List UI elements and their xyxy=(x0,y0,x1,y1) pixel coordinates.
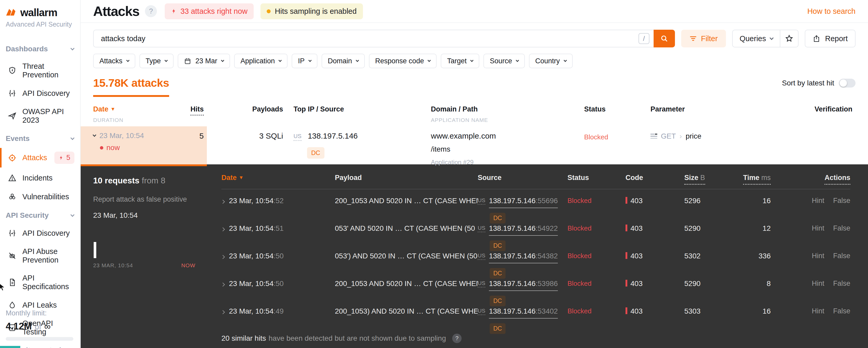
col-parameter: Parameter xyxy=(650,105,685,113)
country-code: US xyxy=(478,280,485,288)
hit-code: 403 xyxy=(630,307,643,315)
false-action[interactable]: False xyxy=(833,197,850,204)
hint-action[interactable]: Hint xyxy=(812,224,824,232)
hit-row[interactable]: 23 Mar, 10:54:51 053' AND 5020 IN … CT (… xyxy=(221,217,850,244)
chip-ip[interactable]: IP xyxy=(292,54,317,68)
sidebar-nav: Dashboards Threat Prevention API Discove… xyxy=(0,39,80,348)
attack-details-panel: 10 requests from 8 Report attack as fals… xyxy=(81,164,868,348)
favorite-star-button[interactable] xyxy=(780,30,798,47)
hit-source-ip[interactable]: 138.197.5.146:53986 xyxy=(489,280,558,291)
nav-section-api-security[interactable]: API Security xyxy=(0,206,80,224)
chevron-down-icon xyxy=(356,59,359,62)
col-application-name: APPLICATION NAME xyxy=(431,117,584,123)
chip-date[interactable]: 23 Mar xyxy=(178,54,230,68)
hit-row[interactable]: 23 Mar, 10:54:50 200_1053 AND 5020 IN … … xyxy=(221,272,850,300)
nav-section-events[interactable]: Events xyxy=(0,129,80,147)
false-action[interactable]: False xyxy=(833,252,850,260)
queries-button[interactable]: Queries xyxy=(733,30,780,47)
report-false-positive-link[interactable]: Report attack as false positive xyxy=(93,195,207,203)
help-icon[interactable]: ? xyxy=(452,334,462,343)
attack-date[interactable]: 23 Mar, 10:54 xyxy=(93,132,171,140)
hint-action[interactable]: Hint xyxy=(812,197,824,204)
chip-attacks[interactable]: Attacks xyxy=(93,54,135,68)
sidebar-item-incidents[interactable]: Incidents xyxy=(0,169,80,187)
chevron-down-icon xyxy=(564,59,567,62)
chevron-down-icon xyxy=(308,59,312,62)
sort-label: Sort by latest hit xyxy=(782,79,834,87)
false-action[interactable]: False xyxy=(833,307,850,315)
chip-country[interactable]: Country xyxy=(529,54,573,68)
hint-action[interactable]: Hint xyxy=(812,280,824,287)
chevron-right-icon xyxy=(221,283,225,287)
attack-payloads[interactable]: 3 SQLi xyxy=(204,126,293,140)
brand-tagline: Advanced API Security xyxy=(6,21,74,28)
braces-check-icon xyxy=(7,228,17,238)
page-title: Attacks xyxy=(93,3,139,19)
col-size[interactable]: Size B xyxy=(684,174,705,185)
sort-desc-icon: ▼ xyxy=(239,175,244,180)
chevron-down-icon xyxy=(428,59,431,62)
hit-row[interactable]: 23 Mar, 10:54:49 200_1053) AND 5020 IN …… xyxy=(221,300,850,327)
search-input[interactable] xyxy=(94,34,639,43)
chip-domain[interactable]: Domain xyxy=(321,54,365,68)
hit-source-ip[interactable]: 138.197.5.146:53402 xyxy=(489,307,558,319)
hit-payload: 053') AND 5020 IN … CT (CASE WHEN (50 xyxy=(335,244,478,260)
slash-shortcut-key: / xyxy=(639,33,649,44)
chevron-down-icon xyxy=(164,59,168,62)
sidebar-item-api-discovery-2[interactable]: API Discovery xyxy=(0,224,80,242)
chip-type[interactable]: Type xyxy=(140,54,174,68)
hit-code: 403 xyxy=(630,224,643,232)
hit-source-ip[interactable]: 138.197.5.146:54922 xyxy=(489,224,558,236)
how-to-search-link[interactable]: How to search xyxy=(807,7,856,16)
chevron-right-icon xyxy=(221,227,225,232)
http-method: GET xyxy=(661,132,676,140)
hint-action[interactable]: Hint xyxy=(812,307,824,315)
attack-hits: 5 xyxy=(171,126,204,140)
sidebar-item-attacks[interactable]: Attacks 5 xyxy=(0,147,80,169)
col-date[interactable]: Date▼ xyxy=(93,105,171,113)
sidebar-item-threat-prevention[interactable]: Threat Prevention xyxy=(0,57,80,84)
col-time[interactable]: Time ms xyxy=(743,174,771,185)
hit-source-ip[interactable]: 138.197.5.146:54382 xyxy=(489,252,558,263)
search-icon xyxy=(660,34,669,43)
sidebar-item-owasp-api-2023[interactable]: OWASP API 2023 xyxy=(0,103,80,129)
sidebar-item-api-discovery[interactable]: API Discovery xyxy=(0,84,80,103)
requests-count: 10 requests xyxy=(93,176,140,185)
hit-source-ip[interactable]: 138.197.5.146:55696 xyxy=(489,197,558,208)
chip-target[interactable]: Target xyxy=(441,54,479,68)
chip-response-code[interactable]: Response code xyxy=(369,54,437,68)
col-hits[interactable]: Hits xyxy=(190,105,204,116)
chevron-down-icon xyxy=(70,212,75,217)
col-actions[interactable]: Actions xyxy=(825,174,850,185)
sidebar-item-api-abuse-prevention[interactable]: API Abuse Prevention xyxy=(0,242,80,269)
sidebar-item-api-specifications[interactable]: API Specifications xyxy=(0,269,80,296)
hit-row[interactable]: 23 Mar, 10:54:52 200_1053 AND 5020 IN … … xyxy=(221,190,850,217)
chevron-down-icon xyxy=(770,36,774,40)
false-action[interactable]: False xyxy=(833,280,850,287)
attack-live-indicator: now xyxy=(93,144,171,152)
chip-source[interactable]: Source xyxy=(484,54,525,68)
sort-toggle[interactable] xyxy=(839,79,856,88)
hit-code: 403 xyxy=(630,280,643,288)
hit-time: 12 xyxy=(740,217,771,233)
col-date[interactable]: Date▼ xyxy=(221,174,244,181)
chip-application[interactable]: Application xyxy=(234,54,287,68)
search-button[interactable] xyxy=(654,30,675,48)
report-button[interactable]: Report xyxy=(805,30,856,48)
hit-row[interactable]: 23 Mar, 10:54:50 053') AND 5020 IN … CT … xyxy=(221,244,850,272)
code-bar-icon xyxy=(625,197,627,204)
chevron-right-icon xyxy=(221,200,225,204)
help-icon[interactable]: ? xyxy=(145,5,157,17)
chevron-down-icon xyxy=(70,136,75,140)
calendar-icon xyxy=(184,57,191,65)
hint-action[interactable]: Hint xyxy=(812,252,824,260)
filter-button[interactable]: Filter xyxy=(681,30,726,48)
false-action[interactable]: False xyxy=(833,224,850,232)
nav-section-dashboards[interactable]: Dashboards xyxy=(0,39,80,57)
attacks-right-now-badge[interactable]: 33 attacks right now xyxy=(165,3,254,19)
col-domain-path: Domain / Path xyxy=(431,105,584,113)
axis-start-label: 23 MAR, 10:54 xyxy=(93,262,133,268)
sidebar-item-vulnerabilities[interactable]: Vulnerabilities xyxy=(0,187,80,206)
attack-row-expanded[interactable]: 23 Mar, 10:54 now 5 3 SQLi US 138.197.5.… xyxy=(81,126,868,164)
attack-source-ip[interactable]: 138.197.5.146 xyxy=(308,132,358,140)
